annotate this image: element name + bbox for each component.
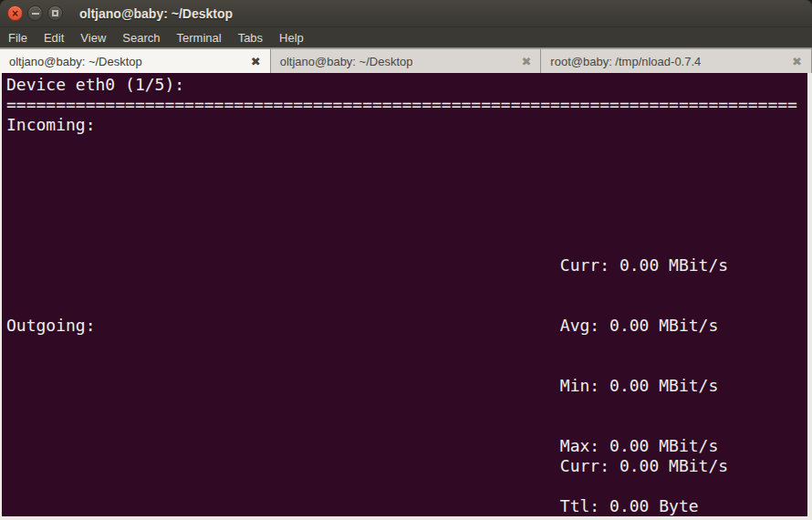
window-minimize-button[interactable] <box>27 5 43 21</box>
terminal-screen[interactable]: Device eth0 (1/5): =====================… <box>0 73 812 520</box>
tab-close-icon[interactable]: ✖ <box>785 56 802 68</box>
separator-line: ========================================… <box>6 95 797 115</box>
incoming-curr: Curr: 0.00 MBit/s <box>560 255 728 276</box>
menubar: File Edit View Search Terminal Tabs Help <box>0 27 812 47</box>
tab-desktop-2[interactable]: oltjano@baby: ~/Desktop ✖ <box>271 48 542 73</box>
window-close-button[interactable]: × <box>7 5 23 21</box>
incoming-avg: Avg: 0.00 MBit/s <box>560 316 728 336</box>
outgoing-stats: Curr: 0.00 MBit/s Avg: 0.00 MBit/s Min: … <box>560 416 728 520</box>
tab-label: oltjano@baby: ~/Desktop <box>280 55 413 68</box>
window-titlebar: × oltjano@baby: ~/Desktop <box>0 0 812 27</box>
menu-item-view[interactable]: View <box>72 29 114 47</box>
menu-item-edit[interactable]: Edit <box>36 29 72 47</box>
device-line: Device eth0 (1/5): <box>6 75 184 95</box>
menu-item-terminal[interactable]: Terminal <box>169 29 230 47</box>
tab-nload[interactable]: root@baby: /tmp/nload-0.7.4 ✖ <box>541 48 812 73</box>
window-maximize-button[interactable] <box>47 5 63 21</box>
tab-close-icon[interactable]: ✖ <box>244 56 261 68</box>
menu-item-help[interactable]: Help <box>271 29 312 47</box>
terminal-window: × oltjano@baby: ~/Desktop File Edit View… <box>0 0 812 520</box>
tab-desktop-1[interactable]: oltjano@baby: ~/Desktop ✖ <box>0 48 271 73</box>
menu-item-tabs[interactable]: Tabs <box>230 29 271 47</box>
outgoing-curr: Curr: 0.00 MBit/s <box>560 456 728 476</box>
maximize-icon <box>52 10 58 16</box>
tab-label: oltjano@baby: ~/Desktop <box>9 55 142 68</box>
menu-item-file[interactable]: File <box>0 29 36 47</box>
menu-item-search[interactable]: Search <box>114 29 168 47</box>
tab-bar: oltjano@baby: ~/Desktop ✖ oltjano@baby: … <box>0 47 812 73</box>
outgoing-label: Outgoing: <box>6 316 96 336</box>
tab-close-icon[interactable]: ✖ <box>514 56 531 68</box>
window-title: oltjano@baby: ~/Desktop <box>79 6 233 21</box>
minimize-icon <box>32 13 39 15</box>
tab-label: root@baby: /tmp/nload-0.7.4 <box>550 55 701 68</box>
close-icon: × <box>12 8 18 19</box>
outgoing-avg: Avg: 0.00 MBit/s <box>560 516 728 520</box>
incoming-label: Incoming: <box>6 115 96 135</box>
incoming-min: Min: 0.00 MBit/s <box>560 376 728 396</box>
